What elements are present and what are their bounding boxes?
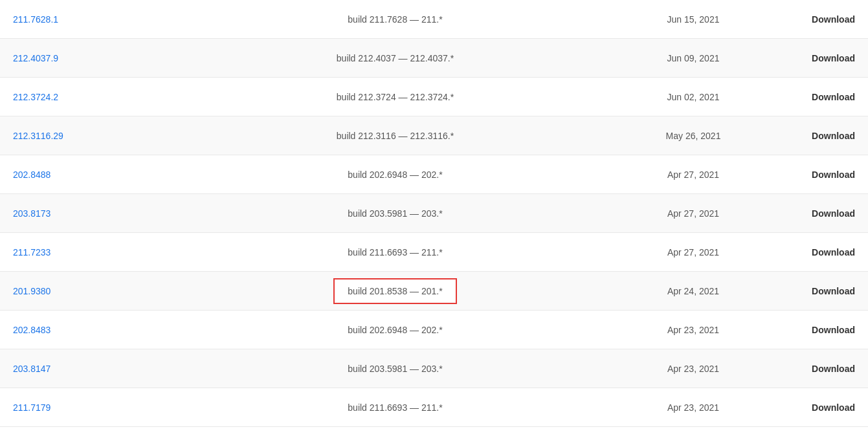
build-range-cell: build 203.5981 — 203.*: [155, 208, 635, 219]
build-range-cell: build 211.7628 — 211.*: [155, 14, 635, 25]
version-link[interactable]: 211.7179: [13, 402, 50, 413]
download-button[interactable]: Download: [812, 131, 855, 141]
download-button[interactable]: Download: [812, 325, 855, 335]
table-row: 211.7179build 211.6693 — 211.*Apr 23, 20…: [0, 388, 868, 427]
build-range-text: build 212.4037 — 212.4037.*: [337, 53, 454, 63]
build-range-text: build 211.6693 — 211.*: [348, 247, 442, 257]
download-cell: Download: [751, 53, 855, 63]
date-cell: Apr 23, 2021: [635, 402, 751, 413]
download-cell: Download: [751, 131, 855, 141]
version-link[interactable]: 203.8173: [13, 208, 50, 219]
date-cell: Apr 27, 2021: [635, 170, 751, 180]
download-cell: Download: [751, 402, 855, 413]
build-range-highlighted: build 201.8538 — 201.*: [333, 278, 456, 304]
download-button[interactable]: Download: [812, 286, 855, 296]
version-link[interactable]: 212.3724.2: [13, 92, 58, 102]
build-range-cell: build 212.4037 — 212.4037.*: [155, 53, 635, 63]
date-cell: Apr 23, 2021: [635, 364, 751, 374]
build-range-text: build 203.5981 — 203.*: [348, 208, 442, 219]
version-cell: 203.8147: [13, 364, 155, 374]
download-cell: Download: [751, 325, 855, 335]
version-cell: 211.7628.1: [13, 14, 155, 25]
download-button[interactable]: Download: [812, 247, 855, 257]
table-row: 201.9380build 201.8538 — 201.*Apr 24, 20…: [0, 272, 868, 311]
versions-table: 211.7628.1build 211.7628 — 211.*Jun 15, …: [0, 0, 868, 427]
build-range-text: build 202.6948 — 202.*: [348, 170, 442, 180]
version-link[interactable]: 203.8147: [13, 364, 50, 374]
build-range-cell: build 212.3116 — 212.3116.*: [155, 131, 635, 141]
download-button[interactable]: Download: [812, 170, 855, 180]
download-button[interactable]: Download: [812, 53, 855, 63]
table-row: 212.4037.9build 212.4037 — 212.4037.*Jun…: [0, 39, 868, 78]
table-row: 211.7233build 211.6693 — 211.*Apr 27, 20…: [0, 233, 868, 272]
build-range-cell: build 203.5981 — 203.*: [155, 364, 635, 374]
version-cell: 202.8483: [13, 325, 155, 335]
build-range-text: build 211.6693 — 211.*: [348, 402, 442, 413]
date-cell: May 26, 2021: [635, 131, 751, 141]
table-row: 203.8147build 203.5981 — 203.*Apr 23, 20…: [0, 349, 868, 388]
version-cell: 212.3724.2: [13, 92, 155, 102]
version-link[interactable]: 212.3116.29: [13, 131, 63, 141]
version-cell: 212.3116.29: [13, 131, 155, 141]
version-link[interactable]: 211.7233: [13, 247, 50, 257]
download-button[interactable]: Download: [812, 402, 855, 413]
download-cell: Download: [751, 170, 855, 180]
version-cell: 203.8173: [13, 208, 155, 219]
download-cell: Download: [751, 286, 855, 296]
build-range-text: build 203.5981 — 203.*: [348, 364, 442, 374]
build-range-text: build 202.6948 — 202.*: [348, 325, 442, 335]
version-link[interactable]: 201.9380: [13, 286, 50, 296]
table-row: 202.8488build 202.6948 — 202.*Apr 27, 20…: [0, 155, 868, 194]
date-cell: Apr 27, 2021: [635, 208, 751, 219]
download-button[interactable]: Download: [812, 92, 855, 102]
table-row: 202.8483build 202.6948 — 202.*Apr 23, 20…: [0, 311, 868, 349]
version-cell: 212.4037.9: [13, 53, 155, 63]
download-cell: Download: [751, 364, 855, 374]
download-button[interactable]: Download: [812, 364, 855, 374]
version-link[interactable]: 202.8488: [13, 170, 50, 180]
download-cell: Download: [751, 14, 855, 25]
table-row: 203.8173build 203.5981 — 203.*Apr 27, 20…: [0, 194, 868, 233]
download-cell: Download: [751, 208, 855, 219]
download-button[interactable]: Download: [812, 14, 855, 25]
version-cell: 202.8488: [13, 170, 155, 180]
build-range-text: build 212.3116 — 212.3116.*: [337, 131, 454, 141]
build-range-cell: build 211.6693 — 211.*: [155, 247, 635, 257]
date-cell: Jun 09, 2021: [635, 53, 751, 63]
date-cell: Apr 23, 2021: [635, 325, 751, 335]
version-link[interactable]: 212.4037.9: [13, 53, 58, 63]
version-cell: 211.7179: [13, 402, 155, 413]
version-cell: 201.9380: [13, 286, 155, 296]
date-cell: Jun 02, 2021: [635, 92, 751, 102]
table-row: 212.3116.29build 212.3116 — 212.3116.*Ma…: [0, 116, 868, 155]
version-cell: 211.7233: [13, 247, 155, 257]
build-range-text: build 212.3724 — 212.3724.*: [337, 92, 454, 102]
build-range-cell: build 211.6693 — 211.*: [155, 402, 635, 413]
date-cell: Apr 27, 2021: [635, 247, 751, 257]
download-button[interactable]: Download: [812, 208, 855, 219]
date-cell: Apr 24, 2021: [635, 286, 751, 296]
table-row: 211.7628.1build 211.7628 — 211.*Jun 15, …: [0, 0, 868, 39]
table-row: 212.3724.2build 212.3724 — 212.3724.*Jun…: [0, 78, 868, 116]
date-cell: Jun 15, 2021: [635, 14, 751, 25]
build-range-cell: build 212.3724 — 212.3724.*: [155, 92, 635, 102]
download-cell: Download: [751, 247, 855, 257]
build-range-cell: build 202.6948 — 202.*: [155, 325, 635, 335]
download-cell: Download: [751, 92, 855, 102]
build-range-cell: build 201.8538 — 201.*: [155, 278, 635, 304]
version-link[interactable]: 202.8483: [13, 325, 50, 335]
version-link[interactable]: 211.7628.1: [13, 14, 58, 25]
build-range-cell: build 202.6948 — 202.*: [155, 170, 635, 180]
build-range-text: build 211.7628 — 211.*: [348, 14, 442, 25]
